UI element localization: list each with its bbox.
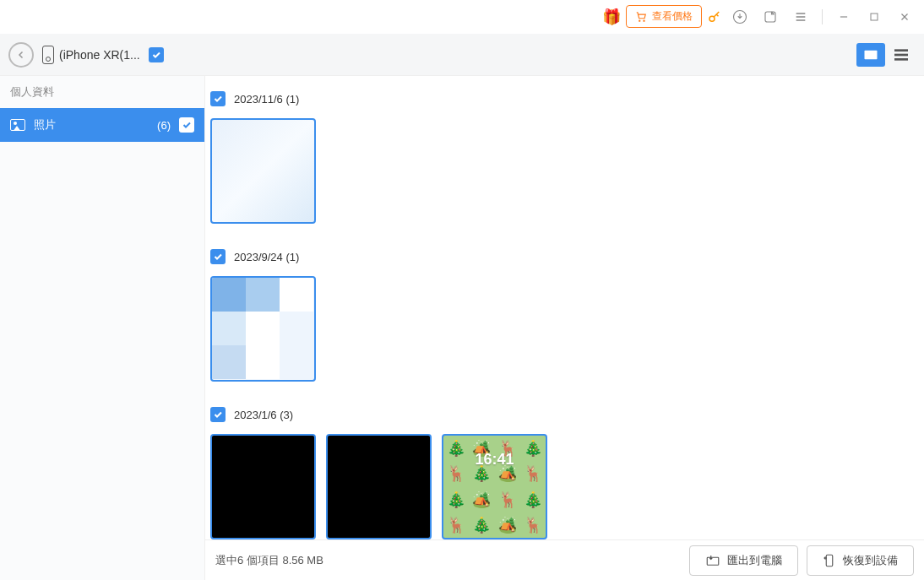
photo-thumbnail[interactable] [210,276,316,382]
device-left: (iPhone XR(1... [8,42,164,68]
sidebar-checkbox[interactable] [179,117,194,133]
photo-thumbnail[interactable] [210,118,316,224]
phone-icon [42,46,54,64]
view-price-button[interactable]: 查看價格 [626,5,702,28]
group-checkbox[interactable] [210,91,226,106]
photo-icon [10,119,25,131]
thumbnail-row [210,269,919,395]
price-label: 查看價格 [652,9,693,24]
divider [822,9,823,24]
sidebar-item-photos[interactable]: 照片 (6) [0,108,204,142]
group-checkbox[interactable] [210,249,226,264]
download-icon[interactable] [727,4,753,30]
svg-point-1 [644,20,644,21]
svg-rect-7 [894,49,908,51]
group-checkbox[interactable] [210,407,226,422]
footer: 選中6 個項目 8.56 MB 匯出到電腦 恢復到設備 [205,539,924,580]
restore-button[interactable]: 恢復到設備 [807,545,914,576]
svg-rect-10 [707,557,719,565]
device-info[interactable]: (iPhone XR(1... [42,46,140,64]
grid-view-button[interactable] [856,43,885,67]
minimize-button[interactable] [831,4,856,30]
content: 2023/11/6 (1)2023/9/24 (1)2023/1/6 (3)🎄🏕… [205,76,924,580]
device-checkbox[interactable] [149,47,164,62]
thumbnail-row [210,111,919,237]
device-bar: (iPhone XR(1... [0,34,924,76]
group-header: 2023/9/24 (1) [210,244,919,269]
svg-rect-9 [894,58,908,61]
back-button[interactable] [8,42,34,68]
photo-thumbnail[interactable] [326,434,432,539]
maximize-button[interactable] [861,4,887,30]
group-date: 2023/9/24 (1) [234,251,299,263]
device-name: (iPhone XR(1... [59,48,140,62]
sidebar: 個人資料 照片 (6) [0,76,205,580]
close-button[interactable] [892,4,917,30]
footer-actions: 匯出到電腦 恢復到設備 [689,545,914,576]
restore-label: 恢復到設備 [843,553,898,568]
svg-rect-6 [865,50,878,59]
svg-rect-4 [765,12,775,22]
svg-rect-8 [894,53,908,56]
svg-rect-11 [826,555,833,566]
menu-icon[interactable] [788,4,813,30]
sidebar-header: 個人資料 [0,76,204,108]
photo-group: 2023/1/6 (3)🎄🏕️🦌🎄🦌🎄🏕️🦌🎄🏕️🦌🎄🦌🎄🏕️🦌16:41 [210,402,919,553]
feedback-icon[interactable] [758,4,783,30]
selection-status: 選中6 個項目 8.56 MB [215,553,323,568]
cart-icon [635,11,647,23]
sidebar-item-count: (6) [157,119,171,132]
export-button[interactable]: 匯出到電腦 [689,545,798,576]
photo-thumbnail[interactable]: 🎄🏕️🦌🎄🦌🎄🏕️🦌🎄🏕️🦌🎄🦌🎄🏕️🦌16:41 [442,434,547,539]
thumbnail-row: 🎄🏕️🦌🎄🦌🎄🏕️🦌🎄🏕️🦌🎄🦌🎄🏕️🦌16:41 [210,427,919,553]
svg-point-0 [639,20,640,21]
group-header: 2023/11/6 (1) [210,86,919,111]
sidebar-item-label: 照片 [34,117,149,133]
svg-rect-5 [871,14,878,20]
photo-thumbnail[interactable] [210,434,316,539]
main: 個人資料 照片 (6) 2023/11/6 (1)2023/9/24 (1)20… [0,76,924,580]
group-date: 2023/11/6 (1) [234,93,299,106]
view-toggle [856,43,916,67]
restore-icon [823,553,836,568]
titlebar: 🎁 查看價格 [0,0,924,34]
gift-icon[interactable]: 🎁 [602,8,621,26]
photo-group: 2023/11/6 (1) [210,86,919,237]
key-icon[interactable] [707,9,722,24]
svg-point-2 [709,16,715,21]
photo-group: 2023/9/24 (1) [210,244,919,395]
list-view-button[interactable] [887,43,916,67]
group-header: 2023/1/6 (3) [210,402,919,427]
export-label: 匯出到電腦 [727,553,782,568]
export-icon [705,554,720,567]
group-date: 2023/1/6 (3) [234,409,293,421]
